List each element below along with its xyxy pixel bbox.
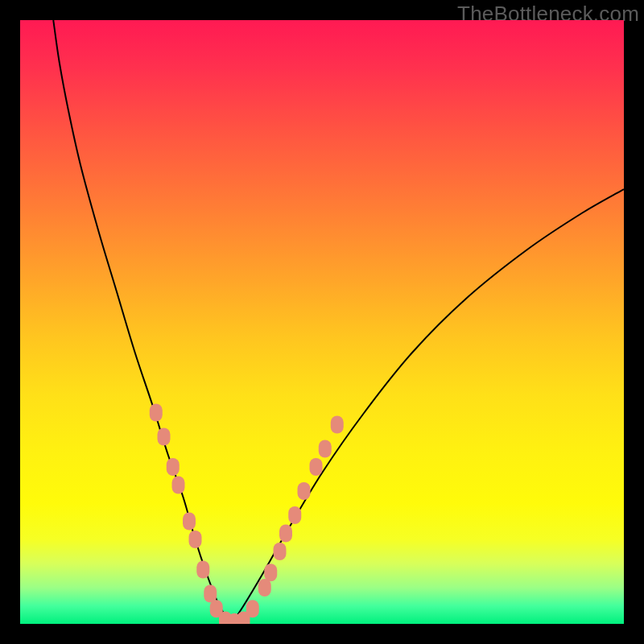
marker-left-1 (158, 428, 171, 446)
marker-right-4 (274, 543, 287, 560)
marker-right-5 (279, 525, 292, 543)
marker-right-2 (258, 579, 271, 597)
marker-right-10 (331, 416, 344, 434)
marker-right-7 (298, 482, 311, 500)
marker-left-3 (172, 477, 185, 494)
marker-left-2 (167, 458, 180, 476)
markers-left-group (150, 404, 242, 625)
plot-area (20, 20, 624, 624)
marker-left-0 (150, 404, 163, 422)
curve-right-branch (232, 189, 625, 624)
chart-stage: TheBottleneck.com (0, 0, 644, 644)
marker-left-7 (204, 585, 217, 603)
marker-right-8 (310, 458, 323, 476)
curve-left-branch (53, 20, 231, 624)
marker-left-5 (189, 530, 202, 548)
marker-left-6 (196, 561, 209, 579)
markers-right-group (237, 416, 344, 625)
marker-right-1 (246, 600, 259, 617)
marker-right-3 (264, 564, 277, 581)
marker-right-6 (288, 506, 301, 524)
marker-left-4 (183, 513, 196, 530)
marker-right-9 (319, 440, 332, 458)
chart-svg (20, 20, 624, 624)
